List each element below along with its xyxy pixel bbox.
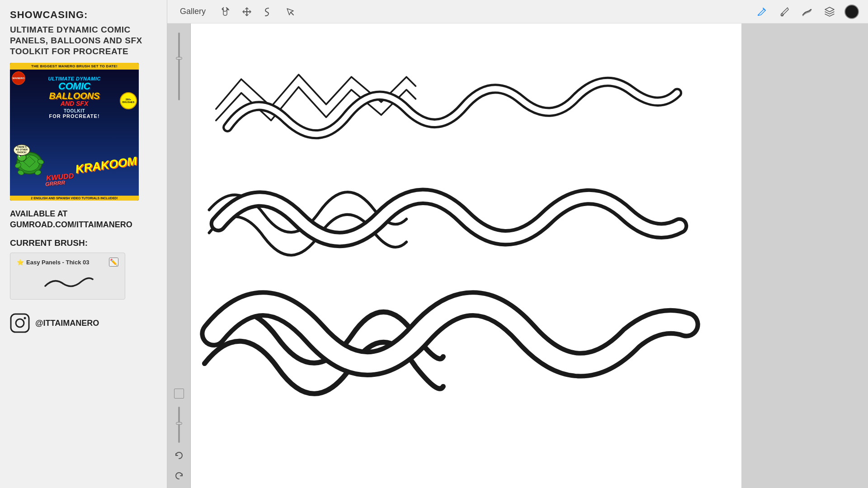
main-area: Gallery <box>167 0 868 488</box>
sidebar: Showcasing: Ultimate Dynamic Comic Panel… <box>0 0 167 488</box>
top-zigzag <box>227 82 677 134</box>
product-footer: 2 English and Spanish Video Tutorials In… <box>10 196 139 201</box>
svg-text:CHOICE!: CHOICE! <box>17 151 26 154</box>
canvas-wrapper <box>167 23 868 488</box>
canvas-svg <box>191 23 741 488</box>
bottom-zigzag <box>214 304 686 365</box>
smear-tool-button[interactable] <box>799 4 815 19</box>
redo-button[interactable] <box>174 471 184 483</box>
brush-name: ⭐ Easy Panels - Thick 03 <box>17 259 89 266</box>
showcasing-title-line2: Panels, Balloons and SFX <box>10 36 142 45</box>
brush-card-header: ⭐ Easy Panels - Thick 03 ✏️ <box>17 258 118 267</box>
showcasing-title-line3: Toolkit for Procreate <box>10 47 128 56</box>
selection-icon <box>285 6 296 17</box>
turtle-character: THERE'S NO OTHER CHOICE! <box>13 143 47 183</box>
sfx-krakoom: KRAKOOM <box>75 155 138 175</box>
transform-tool-button[interactable] <box>240 5 254 19</box>
brush-size-track <box>178 33 180 100</box>
redo-icon <box>174 471 184 481</box>
brush-icon <box>778 6 790 18</box>
canvas-right-gray <box>741 23 868 488</box>
opacity-thumb[interactable] <box>176 422 182 425</box>
toolbar-icons-right <box>754 4 859 19</box>
pencil-tool-button[interactable] <box>754 4 769 19</box>
square-tool-button[interactable] <box>174 389 184 399</box>
instagram-icon <box>10 313 30 333</box>
product-title-area: Ultimate Dynamic COMIC BALLOONS AND SFX … <box>13 76 136 118</box>
undo-icon <box>174 451 184 461</box>
opacity-slider-area <box>178 407 180 443</box>
side-panel <box>167 23 191 488</box>
adjust-tool-button[interactable] <box>262 5 275 19</box>
svg-point-15 <box>16 319 24 327</box>
brush-edit-button[interactable]: ✏️ <box>109 258 118 267</box>
modify-tool-button[interactable] <box>218 5 232 19</box>
brush-size-thumb[interactable] <box>176 57 182 60</box>
opacity-track <box>178 407 180 443</box>
brush-preview <box>17 270 118 293</box>
product-image: The Biggest Manero Brush Set to Date! MA… <box>10 63 139 201</box>
selection-tool-button[interactable] <box>283 5 297 19</box>
svg-point-17 <box>781 14 783 16</box>
instagram-section: @ittaimanero <box>10 313 157 333</box>
showcasing-title-line1: Ultimate Dynamic Comic <box>10 25 131 34</box>
svg-rect-14 <box>11 314 29 332</box>
svg-point-16 <box>24 317 26 319</box>
canvas-drawing <box>191 23 741 488</box>
brush-size-slider-area <box>178 33 180 100</box>
sfx-grrr: GRRRR <box>45 179 65 188</box>
toolbar-icons-left <box>218 5 297 19</box>
transform-icon <box>241 6 252 17</box>
product-banner: The Biggest Manero Brush Set to Date! <box>10 63 139 70</box>
showcasing-label: Showcasing: <box>10 9 157 21</box>
layers-button[interactable] <box>822 4 837 19</box>
adjust-icon <box>263 6 274 17</box>
color-swatch[interactable] <box>844 5 859 19</box>
smear-icon <box>801 6 813 18</box>
brush-tool-button[interactable] <box>777 4 792 19</box>
gallery-button[interactable]: Gallery <box>176 5 209 18</box>
brush-card: ⭐ Easy Panels - Thick 03 ✏️ <box>10 253 125 300</box>
product-badges: 260+BRUSHES <box>120 92 137 109</box>
wrench-icon <box>220 6 231 17</box>
pencil-icon <box>756 6 768 18</box>
gumroad-url: Gumroad.com/ittaimanero <box>10 220 132 229</box>
layers-icon <box>824 6 835 18</box>
top-toolbar: Gallery <box>167 0 868 23</box>
available-label: Available at Gumroad.com/ittaimanero <box>10 209 157 230</box>
brush-stroke-preview <box>41 272 95 291</box>
instagram-handle: @ittaimanero <box>35 319 99 328</box>
showcasing-title: Ultimate Dynamic Comic Panels, Balloons … <box>10 24 157 56</box>
brush-star: ⭐ <box>17 259 24 266</box>
current-brush-label: Current Brush: <box>10 238 157 248</box>
undo-button[interactable] <box>174 451 184 463</box>
